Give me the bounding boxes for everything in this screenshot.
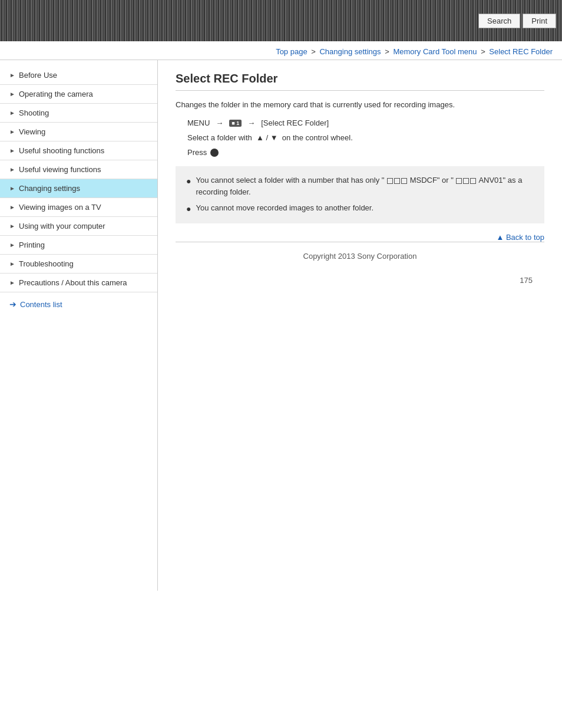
contents-list-icon: ➔ (9, 299, 16, 309)
sidebar-item-operating-the-camera[interactable]: ► Operating the camera (0, 85, 157, 104)
breadcrumb-sep-3: > (481, 47, 487, 56)
sidebar-arrow-printing: ► (9, 242, 15, 248)
sidebar-label-before-use: Before Use (19, 71, 57, 80)
sidebar-item-troubleshooting[interactable]: ► Troubleshooting (0, 255, 157, 274)
note-box: ● You cannot select a folder with a numb… (176, 166, 544, 223)
note-text-2: You cannot move recorded images to anoth… (196, 202, 373, 214)
sidebar-arrow-viewing: ► (9, 129, 15, 135)
menu-icon-card: ■ 1 (229, 120, 242, 127)
back-to-top-link[interactable]: ▲ Back to top (496, 233, 544, 242)
sidebar-arrow-precautions: ► (9, 279, 15, 286)
search-button[interactable]: Search (478, 14, 520, 28)
sidebar-item-before-use[interactable]: ► Before Use (0, 66, 157, 85)
select-folder-text: Select a folder with ▲ / ▼ on the contro… (187, 133, 353, 142)
note-item-2: ● You cannot move recorded images to ano… (186, 202, 534, 215)
instruction-line-3: Press (187, 148, 544, 157)
sidebar-arrow-useful-shooting: ► (9, 147, 15, 154)
sidebar-arrow-changing-settings: ► (9, 185, 15, 192)
sidebar-footer: ➔ Contents list (0, 292, 157, 316)
breadcrumb-sep-1: > (311, 47, 318, 56)
sidebar-label-viewing-tv: Viewing images on a TV (19, 203, 101, 212)
instructions-block: MENU → ■ 1 → [Select REC Folder] Select … (187, 118, 544, 157)
sidebar-arrow-operating: ► (9, 91, 15, 97)
sidebar-label-shooting: Shooting (19, 108, 49, 117)
copyright-text: Copyright 2013 Sony Corporation (303, 252, 417, 261)
arrow-right-2: → (247, 118, 255, 127)
menu-path-text: [Select REC Folder] (261, 118, 329, 127)
sidebar-item-using-computer[interactable]: ► Using with your computer (0, 217, 157, 236)
sidebar-label-operating: Operating the camera (19, 90, 93, 98)
arrow-right-1: → (216, 118, 223, 127)
breadcrumb-select-rec-folder[interactable]: Select REC Folder (489, 47, 553, 56)
sidebar-arrow-troubleshooting: ► (9, 261, 15, 267)
breadcrumb-top-page[interactable]: Top page (276, 47, 308, 56)
breadcrumb-memory-card-tool-menu[interactable]: Memory Card Tool menu (393, 47, 477, 56)
sidebar-item-changing-settings[interactable]: ► Changing settings (0, 179, 157, 198)
press-label: Press (187, 148, 207, 157)
bullet-2: ● (186, 203, 191, 215)
sidebar-label-troubleshooting: Troubleshooting (19, 259, 74, 268)
sidebar-item-useful-viewing[interactable]: ► Useful viewing functions (0, 160, 157, 179)
sidebar-item-precautions[interactable]: ► Precautions / About this camera (0, 274, 157, 292)
instruction-line-2: Select a folder with ▲ / ▼ on the contro… (187, 133, 544, 142)
sidebar-item-useful-shooting[interactable]: ► Useful shooting functions (0, 141, 157, 160)
footer: Copyright 2013 Sony Corporation (176, 242, 544, 270)
breadcrumb-sep-2: > (385, 47, 391, 56)
sidebar-label-useful-viewing: Useful viewing functions (19, 165, 101, 174)
bullet-1: ● (186, 175, 191, 187)
note-item-1: ● You cannot select a folder with a numb… (186, 174, 534, 197)
sidebar-label-useful-shooting: Useful shooting functions (19, 146, 104, 155)
instruction-line-1: MENU → ■ 1 → [Select REC Folder] (187, 118, 544, 127)
header: Search Print (0, 0, 562, 41)
contents-list-link[interactable]: Contents list (20, 300, 62, 309)
note-text-1: You cannot select a folder with a number… (196, 174, 534, 197)
sidebar-item-printing[interactable]: ► Printing (0, 236, 157, 255)
sidebar-label-computer: Using with your computer (19, 222, 105, 230)
breadcrumb-changing-settings[interactable]: Changing settings (319, 47, 381, 56)
menu-label: MENU (187, 118, 210, 127)
sidebar-arrow-useful-viewing: ► (9, 166, 15, 173)
sidebar-arrow-before-use: ► (9, 72, 15, 78)
back-to-top: ▲ Back to top (176, 233, 544, 242)
sidebar-arrow-viewing-tv: ► (9, 204, 15, 210)
breadcrumb: Top page > Changing settings > Memory Ca… (0, 41, 562, 60)
page-number: 175 (176, 270, 544, 291)
sidebar-label-printing: Printing (19, 241, 45, 249)
layout: ► Before Use ► Operating the camera ► Sh… (0, 60, 562, 591)
sidebar-label-precautions: Precautions / About this camera (19, 278, 127, 287)
sidebar-label-viewing: Viewing (19, 127, 45, 136)
sidebar-item-viewing-on-tv[interactable]: ► Viewing images on a TV (0, 198, 157, 217)
sidebar-label-changing-settings: Changing settings (19, 184, 80, 193)
print-button[interactable]: Print (523, 14, 556, 28)
press-circle-icon (210, 149, 219, 157)
sidebar: ► Before Use ► Operating the camera ► Sh… (0, 60, 158, 591)
sidebar-item-shooting[interactable]: ► Shooting (0, 104, 157, 123)
sidebar-item-viewing[interactable]: ► Viewing (0, 123, 157, 141)
header-buttons: Search Print (478, 14, 556, 28)
main-content: Select REC Folder Changes the folder in … (158, 60, 562, 591)
sidebar-arrow-computer: ► (9, 223, 15, 229)
page-title: Select REC Folder (176, 72, 544, 91)
description-text: Changes the folder in the memory card th… (176, 100, 544, 109)
sidebar-arrow-shooting: ► (9, 110, 15, 116)
